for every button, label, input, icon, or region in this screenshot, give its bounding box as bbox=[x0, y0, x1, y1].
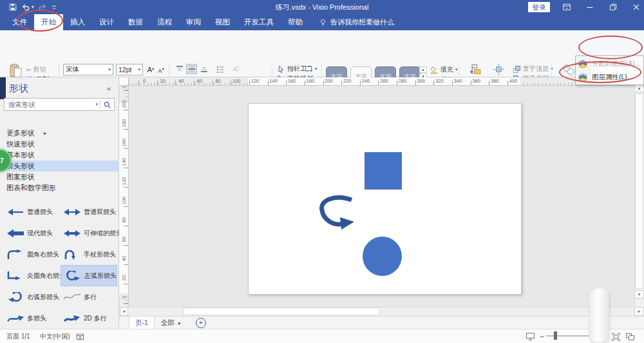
stencil-item-可伸缩的箭头[interactable]: 可伸缩的箭头 bbox=[61, 222, 117, 244]
stencil-item-右弧形箭头[interactable]: 右弧形箭头 bbox=[4, 286, 61, 308]
category-基本形状[interactable]: 基本形状 bbox=[0, 150, 119, 161]
shapes-panel: 更多形状▸快速形状基本形状箭头形状图案形状图表和数学图形普通箭头普通双箭头现代箭… bbox=[0, 77, 119, 329]
align-top-button[interactable] bbox=[174, 64, 185, 74]
search-dropdown-icon[interactable]: ▾ bbox=[93, 102, 100, 107]
tell-me-box[interactable]: 告诉我你想要做什么 bbox=[319, 14, 394, 30]
bullets-button[interactable] bbox=[214, 64, 225, 74]
shrink-font-button[interactable]: A▾ bbox=[156, 65, 166, 75]
stencil-item-现代箭头[interactable]: 现代箭头 bbox=[4, 222, 61, 244]
circle-shape[interactable] bbox=[363, 237, 402, 276]
text-rotate-button[interactable]: A bbox=[230, 64, 241, 74]
fill-button[interactable]: 填充▾ bbox=[430, 65, 458, 74]
stencil-item-手杖形箭头[interactable]: 手杖形箭头 bbox=[61, 244, 117, 265]
tab-审阅[interactable]: 审阅 bbox=[179, 14, 208, 30]
plain-arrow-icon bbox=[6, 207, 24, 217]
h-ruler-label: 220 bbox=[343, 78, 352, 84]
switch-windows-icon[interactable] bbox=[625, 329, 635, 343]
panel-edge-tab[interactable] bbox=[0, 77, 6, 99]
stencil-item-圆角右箭头[interactable]: 圆角右箭头 bbox=[4, 244, 61, 265]
page-indicator[interactable]: 页面 1/1 bbox=[6, 329, 30, 343]
bring-to-front-button[interactable]: 置于顶层▾ bbox=[513, 64, 553, 74]
category-图表和数学图形[interactable]: 图表和数学图形 bbox=[0, 182, 119, 193]
stencil-item-多行[interactable]: 多行 bbox=[61, 286, 117, 308]
visio-window: ▾ 练习.vsdx - Visio Professional 登录 文件开始插入… bbox=[0, 0, 644, 343]
macro-icon[interactable] bbox=[76, 329, 84, 343]
h-ruler-label: 60 bbox=[197, 78, 202, 84]
stencil-item-多箭头[interactable]: 多箭头 bbox=[4, 308, 61, 329]
tab-数据[interactable]: 数据 bbox=[121, 14, 150, 30]
modern-arrow-icon bbox=[6, 228, 24, 239]
vertical-scrollbar-thumb[interactable] bbox=[635, 93, 643, 289]
signin-button[interactable]: 登录 bbox=[528, 2, 550, 12]
h-ruler-label: 20 bbox=[160, 78, 165, 84]
v-ruler-label: 20 bbox=[121, 273, 127, 283]
v-ruler-label: 140 bbox=[121, 157, 127, 167]
all-pages-button[interactable]: 全部▲ bbox=[161, 318, 182, 328]
scroll-down-icon[interactable]: ▾ bbox=[634, 290, 644, 299]
zoom-out-icon[interactable]: − bbox=[540, 329, 544, 343]
stencil-item-左弧形箭头[interactable]: 左弧形箭头 bbox=[61, 265, 117, 286]
submenu-arrow-icon: ▸ bbox=[44, 130, 46, 136]
tab-帮助[interactable]: 帮助 bbox=[281, 14, 310, 30]
h-ruler-label: 240 bbox=[362, 78, 370, 84]
category-图案形状[interactable]: 图案形状 bbox=[0, 172, 119, 182]
h-ruler-label: 0 bbox=[143, 78, 146, 84]
rectangle-tool-icon bbox=[304, 64, 313, 73]
grow-font-button[interactable]: A▴ bbox=[146, 64, 156, 75]
language-indicator[interactable]: 中文(中国) bbox=[40, 329, 70, 343]
v-ruler-label: 100 bbox=[121, 196, 127, 206]
v-ruler-label: 0 bbox=[121, 293, 127, 302]
close-icon[interactable] bbox=[632, 3, 641, 12]
drawing-canvas[interactable] bbox=[129, 86, 634, 307]
v-ruler-label: 220 bbox=[121, 86, 127, 90]
tell-me-label: 告诉我你想要做什么 bbox=[330, 17, 394, 27]
minimize-icon[interactable] bbox=[585, 3, 595, 12]
annotation-ellipse-layers-button bbox=[578, 35, 643, 59]
fit-page-icon[interactable] bbox=[612, 329, 620, 343]
font-size-select[interactable]: 12pt▾ bbox=[116, 64, 143, 75]
scroll-left-icon[interactable]: ◂ bbox=[120, 307, 128, 316]
restore-icon[interactable] bbox=[609, 3, 618, 12]
page-tab-1[interactable]: 页-1 bbox=[129, 317, 155, 329]
curved-arrow-shape[interactable] bbox=[317, 192, 358, 232]
align-bottom-button[interactable] bbox=[198, 64, 209, 74]
cut-button[interactable]: ✂剪切 bbox=[26, 65, 46, 74]
scroll-right-icon[interactable]: ▸ bbox=[634, 307, 644, 316]
tab-开发工具[interactable]: 开发工具 bbox=[237, 14, 281, 30]
presentation-mode-icon[interactable] bbox=[526, 329, 535, 343]
add-page-button[interactable]: + bbox=[196, 318, 206, 328]
panel-collapse-icon[interactable]: « bbox=[107, 84, 111, 92]
right-arc-arrow-icon bbox=[6, 292, 24, 302]
stencil-item-2D 多行[interactable]: 2D 多行 bbox=[61, 308, 117, 329]
tab-流程[interactable]: 流程 bbox=[150, 14, 179, 30]
tab-设计[interactable]: 设计 bbox=[92, 14, 121, 30]
ribbon-display-icon[interactable] bbox=[562, 3, 572, 12]
gallery-up-icon[interactable]: ▴ bbox=[419, 66, 427, 73]
stencil-item-尖圆角右箭头[interactable]: 尖圆角右箭头 bbox=[4, 265, 61, 286]
shape-search-input[interactable] bbox=[5, 101, 93, 108]
zoom-slider[interactable] bbox=[546, 335, 592, 337]
v-ruler-label: 180 bbox=[121, 119, 127, 128]
align-middle-button[interactable] bbox=[186, 64, 197, 74]
zoom-slider-thumb[interactable] bbox=[554, 331, 557, 340]
stencil-item-普通箭头[interactable]: 普通箭头 bbox=[4, 201, 61, 222]
stencil-item-普通双箭头[interactable]: 普通双箭头 bbox=[61, 201, 117, 222]
v-ruler-label: 60 bbox=[121, 235, 127, 244]
font-name-select[interactable]: 宋体▾ bbox=[63, 64, 113, 75]
v-ruler-label: 80 bbox=[121, 215, 127, 225]
h-ruler-label: 360 bbox=[472, 78, 480, 84]
category-更多形状[interactable]: 更多形状▸ bbox=[0, 128, 119, 139]
category-箭头形状[interactable]: 箭头形状 bbox=[0, 161, 119, 172]
tab-插入[interactable]: 插入 bbox=[63, 14, 92, 30]
category-快速形状[interactable]: 快速形状 bbox=[0, 139, 119, 150]
save-icon[interactable] bbox=[8, 3, 18, 12]
square-shape[interactable] bbox=[365, 152, 402, 190]
shape-search-box[interactable]: ▾ bbox=[4, 98, 115, 111]
tab-视图[interactable]: 视图 bbox=[208, 14, 237, 30]
horizontal-scrollbar-thumb[interactable] bbox=[184, 308, 380, 315]
rectangle-tool-button[interactable]: ▾ bbox=[304, 64, 317, 73]
search-icon[interactable] bbox=[100, 101, 114, 109]
fill-icon bbox=[430, 66, 439, 74]
undo-dropdown-icon[interactable]: ▾ bbox=[32, 5, 34, 10]
shapes-panel-title: 形状 bbox=[9, 83, 28, 95]
